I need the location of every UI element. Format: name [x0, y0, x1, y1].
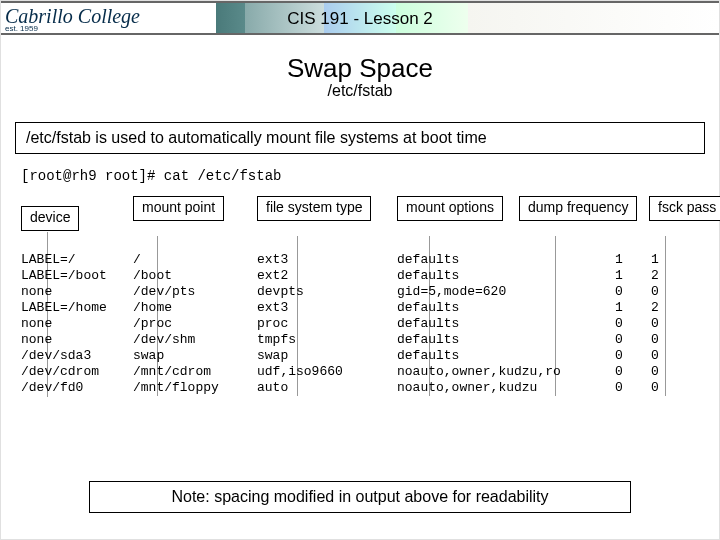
col-mount-options: mount options — [397, 196, 503, 221]
data-pass: 1 2 0 2 0 0 0 0 0 — [651, 252, 659, 396]
course-label: CIS 191 - Lesson 2 — [1, 9, 719, 29]
col-fsck-pass: fsck pass — [649, 196, 720, 221]
explanation-text: /etc/fstab is used to automatically moun… — [26, 129, 487, 146]
command-line: [root@rh9 root]# cat /etc/fstab — [21, 168, 719, 184]
note-box: Note: spacing modified in output above f… — [89, 481, 631, 513]
data-fstype: ext3 ext2 devpts ext3 proc tmpfs swap ud… — [257, 252, 343, 396]
note-text: Note: spacing modified in output above f… — [171, 488, 548, 505]
fstab-table: device mount point file system type moun… — [1, 190, 719, 400]
header-bar: Cabrillo College est. 1959 CIS 191 - Les… — [1, 1, 719, 35]
col-dump-freq: dump frequency — [519, 196, 637, 221]
data-options: defaults defaults gid=5,mode=620 default… — [397, 252, 561, 396]
page-subtitle: /etc/fstab — [1, 82, 719, 100]
data-mount: / /boot /dev/pts /home /proc /dev/shm sw… — [133, 252, 219, 396]
connector — [665, 236, 666, 396]
col-device: device — [21, 206, 79, 231]
col-fs-type: file system type — [257, 196, 371, 221]
slide: Cabrillo College est. 1959 CIS 191 - Les… — [0, 0, 720, 540]
data-dump: 1 1 0 1 0 0 0 0 0 — [615, 252, 623, 396]
data-device: LABEL=/ LABEL=/boot none LABEL=/home non… — [21, 252, 107, 396]
page-title: Swap Space — [1, 53, 719, 84]
col-mount-point: mount point — [133, 196, 224, 221]
explanation-box: /etc/fstab is used to automatically moun… — [15, 122, 705, 154]
